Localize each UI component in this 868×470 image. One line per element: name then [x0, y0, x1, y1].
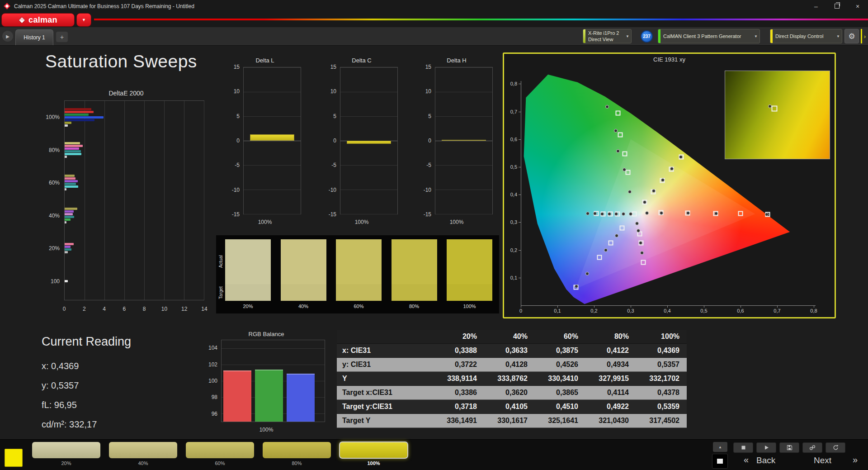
- add-tab-button[interactable]: +: [56, 32, 68, 42]
- play-button[interactable]: [756, 442, 776, 453]
- deltae-2000-chart: DeltaE 2000 100%80%60%40%20%100 02468101…: [45, 90, 207, 314]
- collapse-panel-button[interactable]: ▲: [713, 442, 727, 452]
- axis-tick-label: 0,3: [504, 219, 517, 225]
- pattern-level-label: 40%: [108, 461, 178, 466]
- gridline: [340, 67, 397, 68]
- back-chevron-icon[interactable]: «: [744, 455, 749, 465]
- swatch-label: 100%: [447, 304, 492, 309]
- refresh-button[interactable]: [826, 442, 845, 453]
- cie-1931-chart: CIE 1931 xy 00,10,20,30,40,50,60,70,80,1…: [503, 52, 836, 318]
- axis-labels: 151050-5-10-15: [419, 67, 433, 214]
- cie-measured-point: [637, 229, 640, 233]
- deltae-x-axis: 02468101214: [64, 304, 204, 314]
- axis-tick-label: 0: [519, 308, 522, 313]
- deltae-y-axis: 100%80%60%40%20%100: [45, 100, 62, 300]
- pattern-window-button[interactable]: [712, 454, 728, 469]
- cie-measured-point: [604, 248, 608, 252]
- cie-target-square: [609, 241, 613, 246]
- value-cell: 0,3865: [534, 386, 585, 399]
- tab-history-1[interactable]: History 1: [15, 29, 53, 45]
- pattern-level-button[interactable]: 40%: [108, 442, 178, 469]
- window-title: Calman 2025 Calman Ultimate for Business…: [14, 3, 194, 9]
- page-title: Saturation Sweeps: [45, 52, 197, 71]
- next-button[interactable]: Next: [814, 456, 831, 465]
- restore-icon[interactable]: [826, 0, 847, 12]
- axis-tick-label: 5: [428, 113, 431, 119]
- axis-tick-label: 0,6: [504, 137, 517, 142]
- gridline: [340, 92, 397, 92]
- deltae-bar: [65, 208, 77, 210]
- back-button[interactable]: Back: [756, 456, 775, 465]
- swatch-column: 60%: [336, 239, 382, 309]
- actual-swatch: [447, 239, 492, 284]
- meter-dropdown[interactable]: X-Rite i1Pro 2 Direct View ▼: [583, 29, 632, 43]
- play-icon: [764, 445, 769, 451]
- axis-tick: [741, 305, 741, 308]
- row-label: y: CIE31: [337, 358, 433, 371]
- value-cell: 325,1641: [534, 414, 585, 427]
- link-button[interactable]: [802, 442, 822, 453]
- pattern-level-button[interactable]: 100%: [339, 442, 408, 469]
- axis-tick-label: 98: [212, 394, 217, 400]
- axis-tick: [521, 305, 521, 308]
- display-control-dropdown[interactable]: Direct Display Control ▼: [770, 29, 842, 43]
- swatch-label: 80%: [392, 304, 437, 309]
- gridline: [104, 101, 105, 300]
- target-swatch: [336, 284, 382, 301]
- value-cell: 0,4105: [483, 400, 534, 413]
- deltae-bar: [65, 114, 89, 116]
- close-icon[interactable]: ×: [847, 0, 868, 12]
- deltae-bar: [65, 111, 94, 113]
- axis-tick-label: 0: [236, 138, 240, 144]
- next-chevron-icon[interactable]: »: [853, 455, 858, 465]
- settings-gear-icon[interactable]: ⚙: [844, 29, 859, 43]
- side-panel-chevron[interactable]: ›: [861, 29, 868, 43]
- cie-measured-point: [645, 211, 649, 215]
- cie-measured-point: [714, 212, 718, 215]
- pattern-level-button[interactable]: 60%: [185, 442, 255, 469]
- chart-title: Delta L: [227, 57, 303, 64]
- chart-title: RGB Balance: [206, 331, 327, 337]
- gridline: [144, 101, 145, 300]
- deltae-bar: [65, 246, 71, 248]
- display-control-label: Direct Display Control: [775, 33, 834, 39]
- header-cell: 40%: [483, 330, 534, 343]
- axis-tick-label: 10: [330, 88, 336, 95]
- pattern-level-button[interactable]: 80%: [262, 442, 331, 469]
- calman-diamond-icon: [19, 17, 25, 24]
- chevron-down-icon: ▼: [626, 34, 629, 38]
- deltae-bar: [65, 108, 91, 110]
- axis-tick-label: 104: [208, 345, 217, 351]
- measurement-count-badge[interactable]: 237: [641, 30, 653, 43]
- inset-target-square: [771, 106, 777, 112]
- stop-icon: [741, 445, 746, 451]
- minimize-icon[interactable]: –: [806, 0, 826, 12]
- bar-group: [65, 208, 204, 224]
- cie-x-axis: [521, 305, 816, 306]
- calman-menu-button[interactable]: calman: [1, 13, 75, 27]
- deltae-bar: [65, 218, 71, 221]
- value-cell: 0,4122: [585, 344, 635, 357]
- pattern-level-button[interactable]: 20%: [32, 442, 101, 469]
- axis-tick-label: 0,2: [590, 308, 597, 313]
- workflow-nav-button[interactable]: ▶: [2, 31, 13, 42]
- window-controls: – ×: [806, 0, 868, 12]
- cie-measured-point: [686, 211, 690, 215]
- header-cell: 100%: [635, 330, 686, 343]
- cie-measured-point: [616, 149, 620, 153]
- value-cell: 0,4114: [585, 386, 635, 399]
- calman-menu-dropdown[interactable]: ▼: [76, 13, 91, 27]
- table-row: Y338,9114333,8762330,3410327,9915332,170…: [337, 372, 687, 386]
- source-dropdown[interactable]: CalMAN Client 3 Pattern Generator ▼: [658, 29, 760, 43]
- axis-tick-label: 5: [236, 113, 240, 119]
- logo-row: calman ▼: [0, 12, 868, 27]
- cie-measured-point: [652, 189, 656, 193]
- delta-l-chart: Delta L151050-5-10-15100%: [227, 57, 303, 229]
- pattern-swatch-color: [108, 442, 178, 459]
- axis-labels: 151050-5-10-15: [227, 67, 241, 214]
- rgb-bar-blue: [287, 374, 315, 422]
- save-button[interactable]: [779, 442, 799, 453]
- gridline: [435, 116, 492, 117]
- gridline: [204, 101, 204, 300]
- stop-button[interactable]: [733, 442, 753, 453]
